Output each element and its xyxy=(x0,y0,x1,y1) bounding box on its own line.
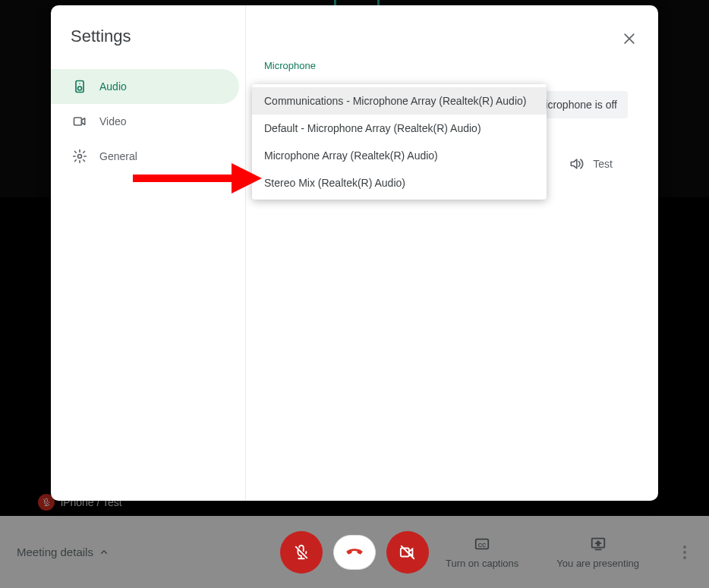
svg-text:CC: CC xyxy=(478,542,487,549)
more-options-button[interactable] xyxy=(677,539,692,565)
sidebar-item-general[interactable]: General xyxy=(51,139,239,174)
sidebar-item-video[interactable]: Video xyxy=(51,104,239,139)
mic-off-icon xyxy=(293,544,310,561)
sidebar-item-label: Audio xyxy=(99,80,127,93)
dot-icon xyxy=(683,551,686,554)
mic-off-tooltip: icrophone is off xyxy=(534,91,628,118)
microphone-dropdown[interactable]: Communications - Microphone Array (Realt… xyxy=(252,84,547,200)
test-speaker-button[interactable]: Test xyxy=(569,156,613,171)
volume-icon xyxy=(569,156,584,171)
settings-title: Settings xyxy=(51,27,245,69)
camera-off-button[interactable] xyxy=(386,531,429,574)
video-icon xyxy=(72,114,87,129)
bottom-bar: Meeting details CC Turn on captions xyxy=(0,516,709,588)
mute-mic-button[interactable] xyxy=(280,531,323,574)
close-icon xyxy=(622,31,637,46)
svg-point-4 xyxy=(78,86,82,90)
dot-icon xyxy=(683,556,686,559)
captions-button[interactable]: CC Turn on captions xyxy=(446,535,518,569)
gear-icon xyxy=(72,149,87,164)
settings-sidebar: Settings Audio Video General xyxy=(51,5,246,501)
dropdown-option[interactable]: Stereo Mix (Realtek(R) Audio) xyxy=(252,169,547,197)
app-root: iPhone / Test Meeting details CC T xyxy=(0,0,709,588)
close-button[interactable] xyxy=(617,27,641,51)
chevron-up-icon xyxy=(98,546,110,558)
sidebar-item-label: General xyxy=(99,150,137,162)
test-label: Test xyxy=(593,158,613,170)
phone-hangup-icon xyxy=(344,542,365,563)
microphone-label: Microphone xyxy=(264,60,640,71)
svg-point-5 xyxy=(79,83,80,84)
camera-off-icon xyxy=(399,544,416,561)
meeting-details-label: Meeting details xyxy=(17,546,93,558)
meeting-details-button[interactable]: Meeting details xyxy=(17,546,110,558)
speaker-icon xyxy=(72,79,87,94)
captions-icon: CC xyxy=(473,535,491,553)
settings-content: Microphone xyxy=(246,5,658,501)
captions-label: Turn on captions xyxy=(446,558,518,569)
present-icon xyxy=(589,535,607,553)
svg-rect-6 xyxy=(74,118,82,125)
tooltip-text: icrophone is off xyxy=(545,99,617,111)
presenting-button[interactable]: You are presenting xyxy=(556,535,639,569)
hangup-button[interactable] xyxy=(333,535,376,570)
sidebar-item-audio[interactable]: Audio xyxy=(51,69,239,104)
right-controls: CC Turn on captions You are presenting xyxy=(446,535,692,569)
dot-icon xyxy=(683,546,686,549)
settings-modal: Settings Audio Video General Microphone xyxy=(51,5,658,501)
dropdown-option[interactable]: Microphone Array (Realtek(R) Audio) xyxy=(252,142,547,169)
dropdown-option[interactable]: Default - Microphone Array (Realtek(R) A… xyxy=(252,115,547,142)
presenting-label: You are presenting xyxy=(556,558,639,569)
svg-point-7 xyxy=(78,155,82,159)
center-controls xyxy=(280,531,429,574)
dropdown-option[interactable]: Communications - Microphone Array (Realt… xyxy=(252,87,547,115)
sidebar-item-label: Video xyxy=(99,115,127,127)
